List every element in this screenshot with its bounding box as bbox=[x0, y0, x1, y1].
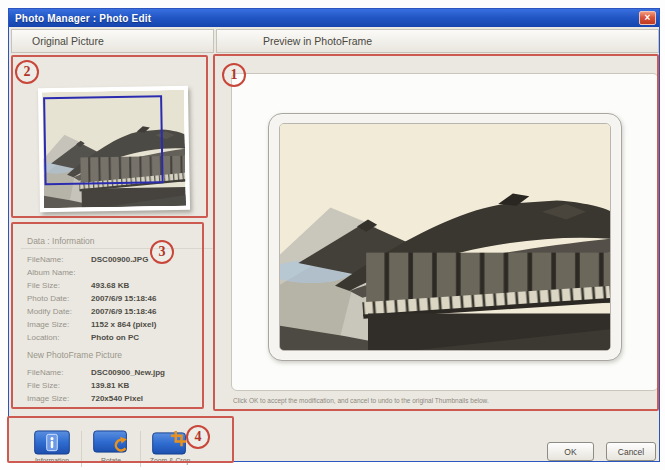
original-thumbnail[interactable] bbox=[38, 86, 190, 213]
zoom-crop-icon bbox=[151, 430, 189, 455]
preview-photo-image bbox=[279, 123, 611, 351]
info-row-filename: FileName: DSC00900.JPG bbox=[27, 253, 213, 266]
new-photoframe-section-title: New PhotoFrame Picture bbox=[21, 344, 213, 362]
info-row-photo-date: Photo Date: 2007/6/9 15:18:46 bbox=[27, 292, 213, 305]
crop-selection-rect[interactable] bbox=[43, 95, 164, 185]
information-button[interactable]: Information bbox=[25, 430, 79, 464]
info-row-modify-date: Modify Date: 2007/6/9 15:18:46 bbox=[27, 305, 213, 318]
information-icon bbox=[33, 430, 71, 455]
info-row-album-name: Album Name: bbox=[27, 266, 213, 279]
zoom-crop-label: Zoom & Crop bbox=[150, 457, 190, 464]
original-picture-header-label: Original Picture bbox=[32, 35, 104, 47]
screenshot-root: Photo Manager : Photo Edit × Original Pi… bbox=[0, 0, 665, 470]
info-row-image-size: Image Size: 1152 x 864 (pixel) bbox=[27, 318, 213, 331]
info-row-new-image-size: Image Size: 720x540 Pixel bbox=[27, 392, 213, 405]
window-title: Photo Manager : Photo Edit bbox=[9, 13, 151, 24]
ok-button[interactable]: OK bbox=[547, 442, 594, 461]
title-bar[interactable]: Photo Manager : Photo Edit × bbox=[9, 9, 659, 27]
info-row-new-filename: FileName: DSC00900_New.jpg bbox=[27, 366, 213, 379]
toolbar-separator bbox=[81, 431, 82, 467]
zoom-crop-button[interactable]: Zoom & Crop bbox=[143, 430, 197, 464]
photoframe bbox=[268, 113, 622, 361]
info-section-title: Data : Information bbox=[21, 233, 213, 249]
rotate-label: Rotate bbox=[101, 457, 121, 464]
preview-header: Preview in PhotoFrame bbox=[216, 29, 659, 53]
info-row-location: Location: Photo on PC bbox=[27, 331, 213, 344]
rotate-icon bbox=[92, 430, 130, 455]
preview-panel bbox=[231, 73, 659, 391]
close-icon[interactable]: × bbox=[639, 11, 656, 25]
edit-toolbar: Information Rotate bbox=[17, 426, 241, 470]
preview-header-label: Preview in PhotoFrame bbox=[263, 35, 372, 47]
rotate-button[interactable]: Rotate bbox=[84, 430, 138, 464]
information-label: Information bbox=[35, 457, 69, 464]
new-photoframe-rows: FileName: DSC00900_New.jpg File Size: 13… bbox=[21, 362, 213, 405]
info-row-file-size: File Size: 493.68 KB bbox=[27, 279, 213, 292]
data-information-panel: Data : Information FileName: DSC00900.JP… bbox=[21, 233, 213, 417]
info-rows: FileName: DSC00900.JPG Album Name: File … bbox=[21, 249, 213, 344]
cancel-button[interactable]: Cancel bbox=[606, 442, 656, 461]
original-picture-header: Original Picture bbox=[11, 29, 214, 53]
photo-edit-dialog: Photo Manager : Photo Edit × Original Pi… bbox=[8, 8, 660, 462]
toolbar-separator bbox=[140, 431, 141, 467]
preview-caption: Click OK to accept the modification, and… bbox=[233, 397, 653, 404]
info-row-new-file-size: File Size: 139.81 KB bbox=[27, 379, 213, 392]
